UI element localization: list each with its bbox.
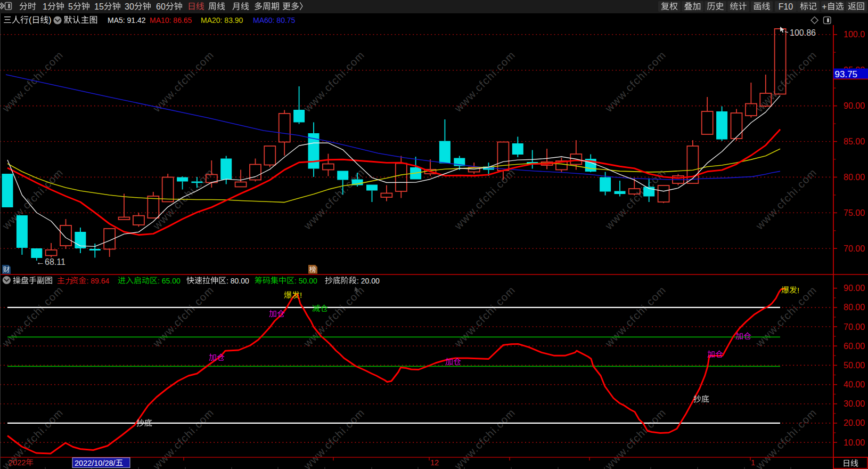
svg-text:100.0: 100.0 xyxy=(844,30,865,39)
svg-text:50.00: 50.00 xyxy=(844,361,865,370)
svg-text:1: 1 xyxy=(43,2,47,11)
svg-text:70.00: 70.00 xyxy=(844,322,865,331)
svg-text:2022: 2022 xyxy=(9,458,26,467)
svg-text:1: 1 xyxy=(751,458,755,467)
svg-text:60: 60 xyxy=(156,2,166,11)
svg-text:70.00: 70.00 xyxy=(844,244,865,253)
svg-text:60.00: 60.00 xyxy=(844,342,865,351)
svg-text:2022/10/28/: 2022/10/28/ xyxy=(75,459,116,467)
svg-text:15: 15 xyxy=(94,2,104,11)
svg-text:40.00: 40.00 xyxy=(844,380,865,389)
svg-text:: 65.00: : 65.00 xyxy=(158,277,181,285)
svg-text:90.00: 90.00 xyxy=(844,101,865,110)
svg-text:: 80.00: : 80.00 xyxy=(226,277,249,285)
svg-text:←68.11: ←68.11 xyxy=(36,257,65,266)
svg-text:30.00: 30.00 xyxy=(844,399,865,408)
svg-text:80.00: 80.00 xyxy=(844,173,865,182)
svg-text:!: ! xyxy=(797,286,799,295)
svg-text:80.00: 80.00 xyxy=(844,303,865,312)
svg-text:5: 5 xyxy=(68,2,73,11)
svg-text:75.00: 75.00 xyxy=(844,208,865,217)
svg-text:10.00: 10.00 xyxy=(844,438,865,447)
svg-text:(: ( xyxy=(29,15,32,25)
svg-text:): ) xyxy=(48,15,51,25)
svg-text:30: 30 xyxy=(125,2,134,11)
svg-text:20.00: 20.00 xyxy=(844,418,865,427)
svg-text:85.00: 85.00 xyxy=(844,137,865,146)
svg-text:MA20: 83.90: MA20: 83.90 xyxy=(201,16,243,25)
svg-text:+: + xyxy=(822,2,826,11)
svg-text:12: 12 xyxy=(430,458,439,467)
svg-text:!: ! xyxy=(300,290,302,300)
svg-text:: 89.64: : 89.64 xyxy=(87,277,110,285)
svg-text:: 20.00: : 20.00 xyxy=(357,277,380,285)
svg-text:100.86: 100.86 xyxy=(790,28,816,37)
svg-text:MA60: 80.75: MA60: 80.75 xyxy=(253,16,296,25)
svg-text:MA5: 91.42: MA5: 91.42 xyxy=(108,16,146,25)
svg-text:F10: F10 xyxy=(779,2,793,11)
svg-text:MA10: 86.65: MA10: 86.65 xyxy=(150,16,192,25)
svg-text:93.75: 93.75 xyxy=(835,69,858,79)
svg-text:: 50.00: : 50.00 xyxy=(294,277,317,285)
svg-text:90.00: 90.00 xyxy=(844,284,865,293)
